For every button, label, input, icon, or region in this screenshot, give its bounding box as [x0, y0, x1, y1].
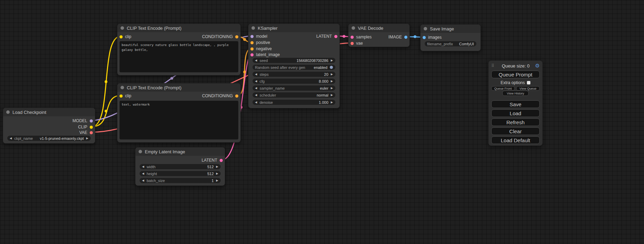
input-port-latent-image[interactable] — [250, 53, 254, 56]
output-port-clip[interactable] — [90, 126, 93, 129]
refresh-button[interactable]: Refresh — [491, 118, 540, 126]
output-slot-conditioning: CONDITIONING — [202, 93, 238, 98]
node-clip-text-encode-positive[interactable]: CLIP Text Encode (Prompt) clip CONDITION… — [117, 24, 241, 75]
decrement-arrow-icon[interactable]: ◀ — [255, 87, 257, 90]
increment-arrow-icon[interactable]: ▶ — [216, 172, 218, 175]
increment-arrow-icon[interactable]: ▶ — [331, 59, 333, 62]
node-title-bar[interactable]: KSampler — [248, 24, 339, 32]
node-collapse-dot-icon[interactable] — [6, 110, 10, 114]
decrement-arrow-icon[interactable]: ◀ — [142, 172, 144, 175]
node-collapse-dot-icon[interactable] — [252, 26, 255, 30]
sampler-name-widget[interactable]: ◀ sampler_name euler ▶ — [253, 85, 335, 91]
input-port-clip[interactable] — [120, 35, 123, 38]
widget-name: ckpt_name — [14, 136, 33, 141]
drag-handle-icon[interactable]: ⠿ — [491, 63, 494, 68]
increment-arrow-icon[interactable]: ▶ — [216, 165, 218, 168]
decrement-arrow-icon[interactable]: ◀ — [255, 94, 257, 97]
decrement-arrow-icon[interactable]: ◀ — [255, 80, 257, 83]
increment-arrow-icon[interactable]: ▶ — [331, 94, 333, 97]
node-save-image[interactable]: Save Image images filename_prefix ComfyU… — [420, 24, 481, 51]
settings-gear-icon[interactable]: ⚙ — [535, 63, 540, 69]
input-port-samples[interactable] — [351, 36, 354, 39]
output-port-latent[interactable] — [220, 159, 223, 162]
view-queue-button[interactable]: View Queue — [516, 86, 540, 91]
steps-widget[interactable]: ◀ steps 20 ▶ — [253, 72, 335, 77]
increment-arrow-icon[interactable]: ▶ — [216, 179, 218, 182]
decrement-arrow-icon[interactable]: ◀ — [142, 179, 144, 182]
node-collapse-dot-icon[interactable] — [121, 26, 124, 30]
node-title: Empty Latent Image — [145, 149, 185, 154]
increment-arrow-icon[interactable]: ▶ — [331, 73, 333, 76]
increment-arrow-icon[interactable]: ▶ — [331, 101, 333, 104]
save-button[interactable]: Save — [491, 100, 540, 108]
node-collapse-dot-icon[interactable] — [139, 150, 142, 153]
node-collapse-dot-icon[interactable] — [121, 86, 124, 89]
node-collapse-dot-icon[interactable] — [352, 26, 355, 30]
height-widget[interactable]: ◀ height 512 ▶ — [140, 171, 221, 176]
toggle-dot-icon[interactable] — [330, 66, 333, 69]
slot-label: model — [256, 34, 267, 39]
node-title-bar[interactable]: Empty Latent Image — [135, 147, 225, 156]
decrement-arrow-icon[interactable]: ◀ — [255, 73, 257, 76]
scheduler-widget[interactable]: ◀ scheduler normal ▶ — [253, 92, 335, 98]
node-title-bar[interactable]: CLIP Text Encode (Prompt) — [117, 83, 240, 92]
input-port-negative[interactable] — [250, 47, 254, 51]
input-port-clip[interactable] — [120, 94, 123, 98]
prompt-text-area[interactable]: text, watermark — [120, 101, 238, 139]
link-midpoint-dot — [243, 71, 246, 73]
output-port-latent[interactable] — [334, 35, 337, 38]
decrement-arrow-icon[interactable]: ◀ — [255, 101, 257, 104]
queue-front-button[interactable]: Queue Front — [491, 86, 515, 91]
slot-label: CONDITIONING — [202, 93, 233, 98]
input-port-model[interactable] — [250, 35, 254, 38]
filename-prefix-widget[interactable]: filename_prefix ComfyUI — [425, 41, 476, 46]
output-port-conditioning[interactable] — [235, 94, 238, 98]
node-clip-text-encode-negative[interactable]: CLIP Text Encode (Prompt) clip CONDITION… — [117, 83, 241, 143]
clear-button[interactable]: Clear — [491, 127, 540, 135]
prompt-text-area[interactable]: beautiful scenery nature glass bottle la… — [120, 41, 238, 72]
node-title-bar[interactable]: Save Image — [421, 25, 480, 33]
input-slot-latent-image: latent_image — [250, 52, 280, 57]
link-midpoint-dot — [414, 35, 416, 38]
increment-arrow-icon[interactable]: ▶ — [86, 137, 88, 140]
width-widget[interactable]: ◀ width 512 ▶ — [140, 164, 221, 169]
load-button[interactable]: Load — [491, 109, 540, 117]
node-ksampler[interactable]: KSampler model positive negative latent_… — [248, 24, 340, 108]
widget-value: euler — [320, 86, 328, 90]
view-history-button[interactable]: View History — [502, 91, 529, 96]
decrement-arrow-icon[interactable]: ◀ — [142, 165, 144, 168]
output-slot-model: MODEL — [72, 118, 93, 123]
output-port-image[interactable] — [404, 36, 407, 39]
output-port-model[interactable] — [90, 119, 93, 123]
extra-options-checkbox[interactable] — [527, 81, 530, 84]
input-slot-negative: negative — [250, 46, 272, 51]
node-graph-canvas[interactable]: Load Checkpoint MODEL CLIP VAE ◀ ckpt_na… — [0, 0, 644, 244]
node-empty-latent-image[interactable]: Empty Latent Image LATENT ◀ width 512 ▶ … — [135, 147, 225, 186]
node-vae-decode[interactable]: VAE Decode samples vae IMAGE — [348, 24, 410, 47]
output-port-vae[interactable] — [90, 131, 93, 134]
increment-arrow-icon[interactable]: ▶ — [331, 87, 333, 90]
cfg-widget[interactable]: ◀ cfg 8.000 ▶ — [253, 79, 335, 84]
random-seed-toggle-widget[interactable]: Random seed after every gen enabled — [253, 65, 335, 70]
slot-label: clip — [125, 93, 131, 98]
ckpt-name-widget[interactable]: ◀ ckpt_name v1-5-pruned-emaonly.ckpt ▶ — [7, 136, 91, 141]
input-port-positive[interactable] — [250, 41, 254, 44]
output-slot-latent: LATENT — [202, 158, 223, 163]
load-default-button[interactable]: Load Default — [491, 136, 540, 144]
input-port-images[interactable] — [423, 36, 426, 39]
denoise-widget[interactable]: ◀ denoise 1.000 ▶ — [253, 100, 335, 105]
node-title-bar[interactable]: Load Checkpoint — [3, 108, 95, 116]
node-title-bar[interactable]: CLIP Text Encode (Prompt) — [117, 24, 240, 32]
increment-arrow-icon[interactable]: ▶ — [331, 80, 333, 83]
seed-widget[interactable]: ◀ seed 156680208700286 ▶ — [253, 58, 335, 63]
input-slot-clip: clip — [120, 93, 131, 98]
node-load-checkpoint[interactable]: Load Checkpoint MODEL CLIP VAE ◀ ckpt_na… — [3, 108, 95, 144]
output-port-conditioning[interactable] — [235, 35, 238, 38]
queue-prompt-button[interactable]: Queue Prompt — [491, 71, 540, 78]
decrement-arrow-icon[interactable]: ◀ — [10, 137, 12, 140]
batch-size-widget[interactable]: ◀ batch_size 1 ▶ — [140, 178, 221, 183]
node-title-bar[interactable]: VAE Decode — [349, 24, 409, 32]
input-port-vae[interactable] — [351, 42, 354, 45]
decrement-arrow-icon[interactable]: ◀ — [255, 59, 257, 62]
node-collapse-dot-icon[interactable] — [424, 27, 427, 30]
